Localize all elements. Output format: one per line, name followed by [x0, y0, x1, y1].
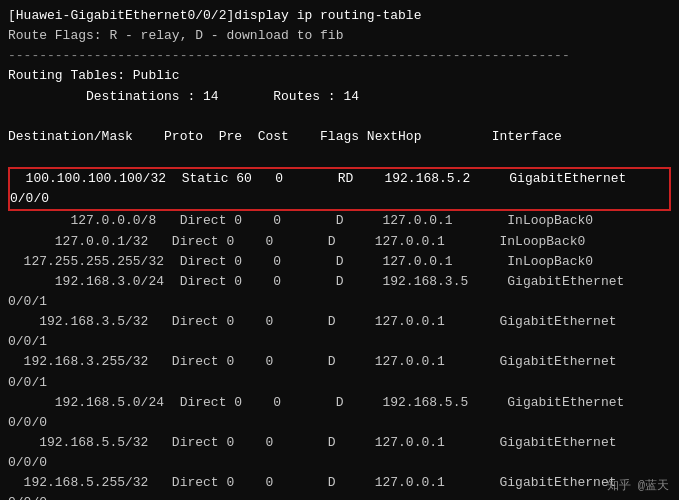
- row-192-168-3-5: 192.168.3.5/32 Direct 0 0 D 127.0.0.1 Gi…: [8, 312, 671, 332]
- highlighted-row-container: 100.100.100.100/32 Static 60 0 RD 192.16…: [8, 167, 671, 211]
- column-header: Destination/Mask Proto Pre Cost Flags Ne…: [8, 127, 671, 147]
- row-192-168-3-255-cont: 0/0/1: [8, 373, 671, 393]
- row-192-168-3-0-cont: 0/0/1: [8, 292, 671, 312]
- highlighted-row-2: 0/0/0: [10, 189, 669, 209]
- highlighted-row-1: 100.100.100.100/32 Static 60 0 RD 192.16…: [10, 169, 669, 189]
- routing-tables-header: Routing Tables: Public: [8, 66, 671, 86]
- row-192-168-5-0-cont: 0/0/0: [8, 413, 671, 433]
- blank2: [8, 147, 671, 167]
- row-192-168-5-5: 192.168.5.5/32 Direct 0 0 D 127.0.0.1 Gi…: [8, 433, 671, 453]
- route-flags: Route Flags: R - relay, D - download to …: [8, 26, 671, 46]
- row-192-168-3-255: 192.168.3.255/32 Direct 0 0 D 127.0.0.1 …: [8, 352, 671, 372]
- destinations-routes: Destinations : 14 Routes : 14: [8, 87, 671, 107]
- row-127-0: 127.0.0.0/8 Direct 0 0 D 127.0.0.1 InLoo…: [8, 211, 671, 231]
- row-127-255: 127.255.255.255/32 Direct 0 0 D 127.0.0.…: [8, 252, 671, 272]
- row-192-168-5-255-cont: 0/0/0: [8, 493, 671, 500]
- row-192-168-3-0: 192.168.3.0/24 Direct 0 0 D 192.168.3.5 …: [8, 272, 671, 292]
- separator: ----------------------------------------…: [8, 46, 671, 66]
- row-127-1: 127.0.0.1/32 Direct 0 0 D 127.0.0.1 InLo…: [8, 232, 671, 252]
- terminal: [Huawei-GigabitEthernet0/0/2]display ip …: [0, 0, 679, 500]
- watermark: 知乎 @蓝天: [607, 477, 669, 494]
- row-192-168-5-0: 192.168.5.0/24 Direct 0 0 D 192.168.5.5 …: [8, 393, 671, 413]
- row-192-168-3-5-cont: 0/0/1: [8, 332, 671, 352]
- row-192-168-5-255: 192.168.5.255/32 Direct 0 0 D 127.0.0.1 …: [8, 473, 671, 493]
- row-192-168-5-5-cont: 0/0/0: [8, 453, 671, 473]
- command-line: [Huawei-GigabitEthernet0/0/2]display ip …: [8, 6, 671, 26]
- blank1: [8, 107, 671, 127]
